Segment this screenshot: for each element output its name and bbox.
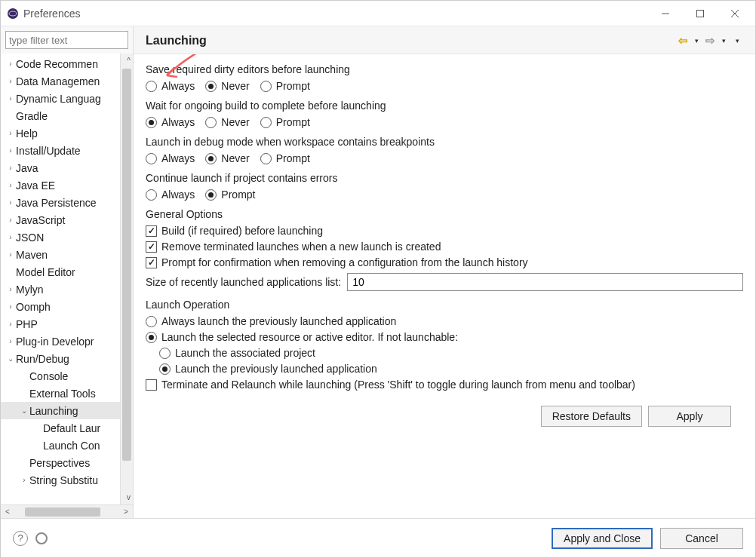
tree-item-label: External Tools <box>29 388 96 400</box>
build-before-checkbox[interactable]: Build (if required) before launching <box>146 225 743 237</box>
tree-item[interactable]: ›Plug-in Developr <box>1 333 133 350</box>
forward-icon[interactable]: ⇨ <box>704 35 716 47</box>
history-size-input[interactable] <box>347 273 743 291</box>
save-dirty-prompt[interactable]: Prompt <box>260 80 310 92</box>
tree-item[interactable]: ›Oomph <box>1 298 133 315</box>
back-menu-icon[interactable]: ▾ <box>690 35 702 47</box>
tree-item[interactable]: Model Editor <box>1 263 133 281</box>
save-dirty-always[interactable]: Always <box>146 80 195 92</box>
tree-item[interactable]: ›Dynamic Languag <box>1 90 133 107</box>
tree-item[interactable]: ›Java <box>1 159 133 176</box>
wait-build-prompt[interactable]: Prompt <box>260 116 310 128</box>
debug-bp-title: Launch in debug mode when workspace cont… <box>146 136 743 148</box>
tree-item[interactable]: ›Help <box>1 124 133 142</box>
save-dirty-title: Save required dirty editors before launc… <box>146 63 743 75</box>
tree-item-label: PHP <box>16 318 38 330</box>
minimize-button[interactable] <box>648 2 683 25</box>
launch-op-assoc-project[interactable]: Launch the associated project <box>159 347 315 359</box>
chevron-right-icon: › <box>5 216 16 224</box>
forward-menu-icon[interactable]: ▾ <box>718 35 730 47</box>
help-icon[interactable]: ? <box>13 531 28 546</box>
restore-defaults-button[interactable]: Restore Defaults <box>541 406 642 427</box>
chevron-right-icon: › <box>19 476 29 484</box>
preference-tree[interactable]: ›Code Recommen›Data Managemen›Dynamic La… <box>1 54 133 504</box>
tree-item-label: Launching <box>29 405 78 417</box>
tree-item[interactable]: Launch Con <box>1 437 133 454</box>
chevron-right-icon: › <box>5 233 16 241</box>
chevron-right-icon: › <box>5 250 16 259</box>
tree-item[interactable]: ›Data Managemen <box>1 72 133 90</box>
tree-item-label: Launch Con <box>43 440 100 452</box>
tree-item[interactable]: External Tools <box>1 385 133 402</box>
tree-item[interactable]: ›JSON <box>1 228 133 246</box>
tree-item-label: Java <box>16 162 38 174</box>
chevron-right-icon: › <box>5 285 16 293</box>
save-dirty-never[interactable]: Never <box>205 80 249 92</box>
tree-item[interactable]: ›PHP <box>1 315 133 333</box>
view-menu-icon[interactable]: ▾ <box>731 35 743 47</box>
tree-item-label: Console <box>29 370 68 382</box>
launch-op-previous-app[interactable]: Launch the previously launched applicati… <box>159 363 377 375</box>
tree-item[interactable]: ›Mylyn <box>1 281 133 298</box>
apply-button[interactable]: Apply <box>648 406 731 427</box>
maximize-button[interactable] <box>683 2 718 25</box>
tree-item-label: JavaScript <box>16 214 65 226</box>
continue-errors-prompt[interactable]: Prompt <box>205 189 255 201</box>
wait-build-title: Wait for ongoing build to complete befor… <box>146 100 743 112</box>
progress-icon <box>35 532 48 544</box>
tree-item-label: Java EE <box>16 179 55 192</box>
tree-item-label: Install/Update <box>16 145 81 157</box>
close-button[interactable] <box>718 2 752 25</box>
tree-item-label: Data Managemen <box>16 75 100 87</box>
continue-errors-always[interactable]: Always <box>146 189 195 201</box>
tree-item-label: Dynamic Languag <box>16 93 101 105</box>
tree-item-label: Gradle <box>16 110 48 122</box>
remove-terminated-checkbox[interactable]: Remove terminated launches when a new la… <box>146 241 743 253</box>
wait-build-never[interactable]: Never <box>205 116 249 128</box>
launch-op-always-previous[interactable]: Always launch the previously launched ap… <box>146 315 743 327</box>
tree-item[interactable]: Default Laur <box>1 419 133 437</box>
terminate-relaunch-checkbox[interactable]: Terminate and Relaunch while launching (… <box>146 379 743 391</box>
tree-item[interactable]: ›String Substitu <box>1 471 133 489</box>
tree-item[interactable]: ›Maven <box>1 246 133 263</box>
svg-rect-3 <box>697 10 704 17</box>
tree-item-label: Plug-in Developr <box>16 336 94 348</box>
tree-item[interactable]: Console <box>1 367 133 385</box>
chevron-right-icon: › <box>5 181 16 189</box>
eclipse-icon <box>7 8 19 20</box>
prompt-remove-history-checkbox[interactable]: Prompt for confirmation when removing a … <box>146 256 743 268</box>
tree-item-label: Java Persistence <box>16 197 97 209</box>
tree-item[interactable]: ⌄Run/Debug <box>1 350 133 367</box>
apply-and-close-button[interactable]: Apply and Close <box>552 528 653 549</box>
page-title: Launching <box>146 34 677 48</box>
chevron-right-icon: › <box>5 164 16 172</box>
tree-horizontal-scrollbar[interactable]: < > <box>1 504 133 518</box>
chevron-right-icon: › <box>5 77 16 85</box>
left-pane: ›Code Recommen›Data Managemen›Dynamic La… <box>1 26 134 518</box>
cancel-button[interactable]: Cancel <box>660 528 743 549</box>
tree-item[interactable]: ⌄Launching <box>1 402 133 419</box>
launch-op-selected-resource[interactable]: Launch the selected resource or active e… <box>146 331 743 343</box>
back-icon[interactable]: ⇦ <box>677 35 689 47</box>
general-options-title: General Options <box>146 208 743 220</box>
tree-item[interactable]: Perspectives <box>1 454 133 471</box>
tree-item[interactable]: ›JavaScript <box>1 211 133 228</box>
tree-item[interactable]: ›Code Recommen <box>1 55 133 72</box>
tree-item[interactable]: ›Java Persistence <box>1 194 133 211</box>
debug-bp-always[interactable]: Always <box>146 152 195 164</box>
titlebar: Preferences <box>1 1 755 26</box>
chevron-down-icon: ⌄ <box>5 354 16 363</box>
tree-vertical-scrollbar[interactable]: ^ v <box>120 54 133 504</box>
tree-item[interactable]: ›Install/Update <box>1 142 133 159</box>
chevron-right-icon: › <box>5 94 16 103</box>
tree-item-label: Maven <box>16 249 48 261</box>
debug-bp-never[interactable]: Never <box>205 152 249 164</box>
tree-item-label: JSON <box>16 231 44 244</box>
tree-item[interactable]: ›Java EE <box>1 176 133 194</box>
footer: ? Apply and Close Cancel <box>1 518 755 557</box>
tree-item-label: Model Editor <box>16 266 75 278</box>
wait-build-always[interactable]: Always <box>146 116 195 128</box>
debug-bp-prompt[interactable]: Prompt <box>260 152 310 164</box>
tree-item[interactable]: Gradle <box>1 107 133 124</box>
filter-input[interactable] <box>5 31 128 49</box>
